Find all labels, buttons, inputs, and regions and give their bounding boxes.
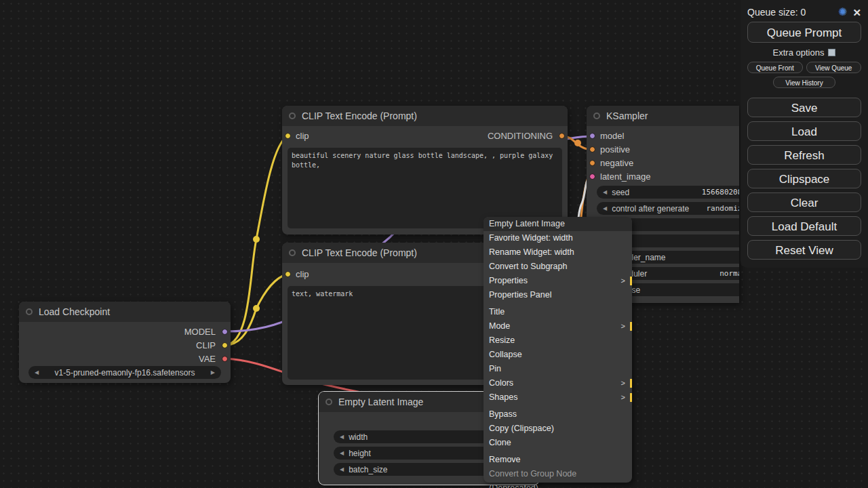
menu-item-label: Title [489,307,505,317]
prev-arrow-icon[interactable]: ◀ [340,450,344,456]
menu-item-shapes[interactable]: Shapes > [484,390,632,405]
node-title: CLIP Text Encode (Prompt) [302,247,417,258]
menu-item-favorite-widget[interactable]: Favorite Widget: width [484,231,632,245]
menu-item-remove[interactable]: Remove [484,453,632,467]
submenu-arrow-icon: > [621,390,625,405]
prev-arrow-icon[interactable]: ◀ [603,189,607,195]
seed-label: seed [612,188,629,197]
slot-model-output-dot[interactable] [222,329,228,335]
slot-clip-input-dot[interactable] [285,133,291,139]
menu-item-label: Resize [489,336,515,345]
queue-prompt-button[interactable]: Queue Prompt [747,22,861,43]
link-dot [253,305,260,312]
slot-negative-input-label: negative [600,158,633,168]
menu-item-label: Copy (Clipspace) [489,424,554,433]
settings-gear-icon[interactable]: ✺ [838,7,847,18]
slot-positive-input-label: positive [600,144,630,155]
menu-item-collapse[interactable]: Collapse [484,348,632,362]
control-after-generate-widget[interactable]: ◀ control after generate randomize [597,202,739,215]
load-button[interactable]: Load [747,121,861,141]
node-title-bar[interactable]: CLIP Text Encode (Prompt) [282,106,568,126]
node-title-bar[interactable]: Load Checkpoint [19,302,231,322]
menu-item-colors[interactable]: Colors > [484,376,632,390]
extra-options-label: Extra options [773,47,825,58]
menu-item-label: Shapes [489,392,517,402]
node-title: Load Checkpoint [39,306,110,317]
control-label: control after generate [612,204,689,214]
slot-clip-output-dot[interactable] [222,342,228,348]
collapse-dot[interactable] [289,113,296,119]
submenu-arrow-icon: > [621,376,625,390]
clipspace-button[interactable]: Clipspace [747,169,861,188]
width-label: width [349,432,368,442]
reset-view-button[interactable]: Reset View [747,240,861,260]
seed-widget[interactable]: ◀ seed 1566802087 [597,186,739,199]
view-queue-button[interactable]: View Queue [806,62,862,73]
slot-vae-output-label: VAE [199,354,216,364]
menu-item-mode[interactable]: Mode > [484,319,632,333]
menu-item-label: Bypass [489,409,517,419]
context-menu-header: Empty Latent Image [484,217,632,231]
comfy-menu: Queue size: 0 ✺ ✕ Queue Prompt Extra opt… [741,0,868,268]
prev-arrow-icon[interactable]: ◀ [340,466,344,472]
submenu-tick [630,393,632,402]
view-history-button[interactable]: View History [773,77,835,88]
node-title: CLIP Text Encode (Prompt) [302,110,417,121]
collapse-dot[interactable] [26,308,33,315]
collapse-dot[interactable] [289,249,296,256]
prev-arrow-icon[interactable]: ◀ [603,205,607,211]
prev-arrow-icon[interactable]: ◀ [340,434,344,440]
prev-arrow-icon[interactable]: ◀ [35,369,39,375]
collapse-dot[interactable] [326,399,332,405]
menu-item-label: Properties [489,276,528,285]
slot-positive-input-dot[interactable] [589,146,595,152]
clear-button[interactable]: Clear [747,192,861,212]
height-label: height [349,449,371,458]
submenu-tick [630,379,632,388]
menu-item-convert-to-group-node[interactable]: Convert to Group Node (Deprecated) [484,467,632,481]
slot-model-output-label: MODEL [184,327,216,337]
node-title: KSampler [606,110,648,121]
slot-conditioning-output-dot[interactable] [559,133,565,139]
slot-clip-input-dot[interactable] [285,271,291,277]
menu-item-convert-to-subgraph[interactable]: Convert to Subgraph [484,260,632,274]
next-arrow-icon[interactable]: ▶ [211,369,215,375]
menu-item-label: Convert to Subgraph [489,262,567,271]
slot-model-input-label: model [600,131,624,141]
seed-value: 1566802087 [702,188,739,197]
submenu-arrow-icon: > [621,274,625,288]
menu-item-label: Collapse [489,350,522,359]
load-default-button[interactable]: Load Default [747,216,861,236]
slot-model-input-dot[interactable] [589,133,595,139]
node-title-bar[interactable]: KSampler [587,106,739,126]
node-load-checkpoint[interactable]: Load Checkpoint MODEL CLIP VAE ◀ v1-5-pr… [19,302,231,383]
menu-item-title[interactable]: Title [484,305,632,319]
menu-item-properties-panel[interactable]: Properties Panel [484,288,632,302]
slot-vae-output-dot[interactable] [222,356,228,362]
menu-item-rename-widget[interactable]: Rename Widget: width [484,245,632,260]
batch-size-label: batch_size [349,465,387,474]
collapse-dot[interactable] [593,113,600,119]
ckpt-name-widget[interactable]: ◀ v1-5-pruned-emaonly-fp16.safetensors ▶ [28,366,221,379]
slot-latent-input-dot[interactable] [589,174,595,180]
menu-item-label: Favorite Widget: width [489,233,573,243]
menu-item-resize[interactable]: Resize [484,333,632,348]
link-dot [253,236,260,243]
slot-negative-input-dot[interactable] [589,160,595,166]
menu-item-bypass[interactable]: Bypass [484,407,632,422]
close-icon[interactable]: ✕ [852,7,861,18]
slot-latent-input-label: latent_image [600,171,650,182]
submenu-tick [630,277,632,285]
comfyui-canvas[interactable]: Load Checkpoint MODEL CLIP VAE ◀ v1-5-pr… [0,0,868,488]
refresh-button[interactable]: Refresh [747,145,861,165]
menu-item-label: Pin [489,364,501,373]
menu-item-clone[interactable]: Clone [484,436,632,450]
extra-options-checkbox[interactable] [828,49,835,56]
node-clip-text-encode-positive[interactable]: CLIP Text Encode (Prompt) clip CONDITION… [282,106,568,235]
slot-clip-input-label: clip [296,269,309,279]
menu-item-copy-clipspace[interactable]: Copy (Clipspace) [484,422,632,436]
menu-item-properties[interactable]: Properties > [484,274,632,288]
menu-item-pin[interactable]: Pin [484,362,632,376]
queue-front-button[interactable]: Queue Front [747,62,803,73]
save-button[interactable]: Save [747,98,861,117]
